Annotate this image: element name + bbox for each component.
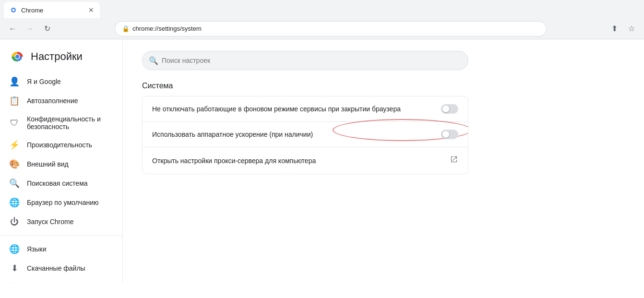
sidebar-item-autofill[interactable]: 📋 Автозаполнение xyxy=(0,91,119,110)
sidebar-label: Я и Google xyxy=(27,78,61,85)
settings-card: Не отключать работающие в фоновом режиме… xyxy=(142,96,468,174)
sidebar-item-search-engine[interactable]: 🔍 Поисковая система xyxy=(0,174,119,193)
sidebar-label: Запуск Chrome xyxy=(27,218,73,226)
lock-icon: 🔒 xyxy=(122,25,130,32)
sidebar-label: Языки xyxy=(27,245,47,253)
sidebar-label: Внешний вид xyxy=(27,160,69,168)
person-icon: 👤 xyxy=(10,77,19,86)
tab-close-icon[interactable]: ✕ xyxy=(88,6,94,14)
external-link-icon xyxy=(450,156,458,166)
setting-row-background-services: Не отключать работающие в фоновом режиме… xyxy=(143,96,468,122)
settings-layout: Настройки 👤 Я и Google 📋 Автозаполнение … xyxy=(0,39,644,283)
tab-favicon-icon xyxy=(10,6,17,14)
sidebar-label: Скачанные файлы xyxy=(27,264,85,272)
forward-button[interactable]: → xyxy=(23,22,36,36)
address-bar[interactable]: 🔒 chrome://settings/system xyxy=(115,21,547,36)
sidebar-item-privacy[interactable]: 🛡 Конфиденциальность и безопасность xyxy=(0,110,119,135)
settings-title-text: Настройки xyxy=(31,50,83,63)
browser-icon: 🌐 xyxy=(10,198,19,207)
search-wrapper: 🔍 xyxy=(142,51,468,70)
sidebar-label: Производительность xyxy=(27,141,92,149)
share-button[interactable]: ⬆ xyxy=(608,22,621,36)
svg-point-1 xyxy=(12,9,15,12)
sidebar-item-performance[interactable]: ⚡ Производительность xyxy=(0,135,119,155)
section-title: Система xyxy=(142,82,625,90)
sidebar-item-accessibility[interactable]: ♿ Спец. возможности xyxy=(0,278,119,283)
active-tab[interactable]: Chrome ✕ xyxy=(4,2,100,18)
address-bar-row: ← → ↻ 🔒 chrome://settings/system ⬆ ☆ xyxy=(0,18,644,39)
background-services-label: Не отключать работающие в фоновом режиме… xyxy=(152,105,433,113)
hardware-acceleration-toggle[interactable] xyxy=(441,130,458,139)
sidebar-item-default-browser[interactable]: 🌐 Браузер по умолчанию xyxy=(0,193,119,212)
description-icon: 📋 xyxy=(10,96,19,106)
back-button[interactable]: ← xyxy=(6,22,19,36)
toggle-hardware-acceleration[interactable] xyxy=(441,130,458,139)
bookmark-button[interactable]: ☆ xyxy=(625,22,638,36)
toggle-background-services[interactable] xyxy=(441,104,458,114)
search-icon: 🔍 xyxy=(10,179,19,188)
sidebar-divider xyxy=(0,235,122,236)
proxy-external-link[interactable] xyxy=(450,155,458,166)
sidebar-item-appearance[interactable]: 🎨 Внешний вид xyxy=(0,155,119,174)
sidebar-label: Автозаполнение xyxy=(27,97,78,105)
sidebar-item-me-google[interactable]: 👤 Я и Google xyxy=(0,72,119,91)
chrome-logo-icon xyxy=(10,49,25,64)
download-icon: ⬇ xyxy=(10,263,19,273)
background-services-toggle[interactable] xyxy=(441,104,458,114)
setting-row-hardware-acceleration: Использовать аппаратное ускорение (при н… xyxy=(143,122,468,147)
sidebar-label: Конфиденциальность и безопасность xyxy=(27,115,109,131)
svg-point-5 xyxy=(15,55,19,59)
power-icon: ⏻ xyxy=(10,217,19,226)
browser-tab-bar: Chrome ✕ xyxy=(0,0,644,18)
tab-title: Chrome xyxy=(21,7,43,14)
reload-button[interactable]: ↻ xyxy=(40,22,54,36)
sidebar: Настройки 👤 Я и Google 📋 Автозаполнение … xyxy=(0,39,123,283)
sidebar-item-startup[interactable]: ⏻ Запуск Chrome xyxy=(0,212,119,231)
globe-icon: 🌐 xyxy=(10,244,19,254)
sidebar-label: Браузер по умолчанию xyxy=(27,199,99,206)
speed-icon: ⚡ xyxy=(10,140,19,150)
sidebar-item-downloads[interactable]: ⬇ Скачанные файлы xyxy=(0,259,119,278)
proxy-settings-label: Открыть настройки прокси-сервера для ком… xyxy=(152,157,442,165)
palette-icon: 🎨 xyxy=(10,159,19,169)
setting-row-proxy[interactable]: Открыть настройки прокси-сервера для ком… xyxy=(143,147,468,174)
hardware-acceleration-label: Использовать аппаратное ускорение (при н… xyxy=(152,131,433,138)
sidebar-item-languages[interactable]: 🌐 Языки xyxy=(0,239,119,259)
shield-icon: 🛡 xyxy=(10,118,19,128)
main-content: 🔍 Система Не отключать работающие в фоно… xyxy=(123,39,644,283)
sidebar-label: Поисковая система xyxy=(27,179,88,187)
settings-search-input[interactable] xyxy=(142,51,468,70)
address-text: chrome://settings/system xyxy=(132,25,202,32)
settings-header: Настройки xyxy=(0,43,122,72)
search-icon-inside: 🔍 xyxy=(149,56,158,65)
